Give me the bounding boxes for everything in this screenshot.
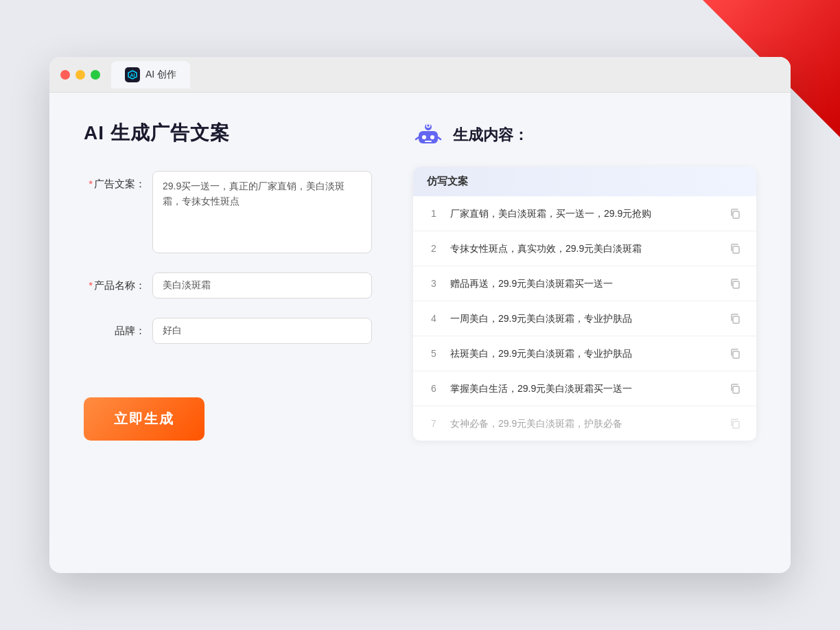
copy-icon[interactable]: [727, 206, 743, 221]
row-text: 专抹女性斑点，真实功效，29.9元美白淡斑霜: [450, 242, 718, 256]
svg-rect-16: [733, 386, 739, 393]
result-row: 1 厂家直销，美白淡斑霜，买一送一，29.9元抢购: [413, 196, 756, 231]
svg-line-10: [438, 137, 441, 139]
row-number: 6: [427, 383, 441, 394]
copy-icon[interactable]: [727, 276, 743, 291]
product-name-label: *产品名称：: [84, 272, 145, 292]
robot-icon: [413, 120, 443, 150]
svg-point-4: [422, 135, 426, 139]
svg-rect-17: [733, 421, 739, 428]
product-name-input[interactable]: 美白淡斑霜: [152, 272, 372, 299]
svg-rect-13: [733, 281, 739, 288]
result-header: 生成内容：: [413, 120, 756, 150]
result-row: 3 赠品再送，29.9元美白淡斑霜买一送一: [413, 266, 756, 301]
page-title: AI 生成广告文案: [84, 120, 372, 146]
row-text: 厂家直销，美白淡斑霜，买一送一，29.9元抢购: [450, 207, 718, 221]
brand-input[interactable]: 好白: [152, 318, 372, 344]
row-number: 4: [427, 313, 441, 324]
product-name-group: *产品名称： 美白淡斑霜: [84, 272, 372, 299]
generate-button[interactable]: 立即生成: [84, 397, 205, 441]
ad-copy-required: *: [89, 178, 93, 189]
result-rows-container: 1 厂家直销，美白淡斑霜，买一送一，29.9元抢购 2 专抹女性斑点，真实功效，…: [413, 196, 756, 441]
row-number: 1: [427, 208, 441, 219]
row-number: 3: [427, 278, 441, 289]
row-text: 女神必备，29.9元美白淡斑霜，护肤必备: [450, 417, 718, 431]
result-row: 4 一周美白，29.9元美白淡斑霜，专业护肤品: [413, 301, 756, 336]
svg-rect-6: [425, 141, 432, 142]
svg-rect-12: [733, 246, 739, 253]
maximize-button[interactable]: [91, 70, 100, 80]
ad-copy-textarea[interactable]: 29.9买一送一，真正的厂家直销，美白淡斑霜，专抹女性斑点: [152, 171, 372, 253]
svg-point-8: [427, 124, 430, 128]
svg-rect-15: [733, 351, 739, 358]
close-button[interactable]: [60, 70, 70, 80]
result-row: 2 专抹女性斑点，真实功效，29.9元美白淡斑霜: [413, 231, 756, 266]
browser-content: AI 生成广告文案 *广告文案： 29.9买一送一，真正的厂家直销，美白淡斑霜，…: [49, 93, 791, 573]
copy-icon[interactable]: [727, 416, 743, 431]
row-text: 掌握美白生活，29.9元美白淡斑霜买一送一: [450, 382, 718, 396]
traffic-lights: [60, 70, 100, 80]
result-row: 7 女神必备，29.9元美白淡斑霜，护肤必备: [413, 406, 756, 441]
row-number: 7: [427, 418, 441, 429]
ai-creation-tab[interactable]: AI AI 创作: [111, 61, 190, 89]
row-number: 5: [427, 348, 441, 359]
row-text: 赠品再送，29.9元美白淡斑霜买一送一: [450, 277, 718, 291]
row-number: 2: [427, 243, 441, 254]
ad-copy-label: *广告文案：: [84, 171, 145, 191]
svg-text:AI: AI: [130, 73, 135, 78]
copy-icon[interactable]: [727, 381, 743, 396]
minimize-button[interactable]: [75, 70, 85, 80]
svg-point-5: [430, 135, 434, 139]
copy-icon[interactable]: [727, 311, 743, 326]
svg-rect-14: [733, 316, 739, 323]
brand-label: 品牌：: [84, 318, 145, 338]
product-name-required: *: [89, 279, 93, 291]
ad-copy-group: *广告文案： 29.9买一送一，真正的厂家直销，美白淡斑霜，专抹女性斑点: [84, 171, 372, 253]
result-table-header: 仿写文案: [413, 167, 756, 196]
browser-titlebar: AI AI 创作: [49, 57, 791, 93]
left-panel: AI 生成广告文案 *广告文案： 29.9买一送一，真正的厂家直销，美白淡斑霜，…: [84, 120, 372, 539]
row-text: 祛斑美白，29.9元美白淡斑霜，专业护肤品: [450, 347, 718, 361]
right-panel: 生成内容： 仿写文案 1 厂家直销，美白淡斑霜，买一送一，29.9元抢购 2 专…: [413, 120, 756, 539]
result-title: 生成内容：: [453, 125, 528, 145]
copy-icon[interactable]: [727, 346, 743, 361]
ai-tab-icon: AI: [125, 67, 140, 82]
result-table: 仿写文案 1 厂家直销，美白淡斑霜，买一送一，29.9元抢购 2 专抹女性斑点，…: [413, 167, 756, 441]
tab-label: AI 创作: [145, 69, 176, 81]
brand-group: 品牌： 好白: [84, 318, 372, 344]
copy-icon[interactable]: [727, 241, 743, 256]
svg-rect-11: [733, 211, 739, 218]
svg-line-9: [416, 137, 419, 139]
browser-window: AI AI 创作 AI 生成广告文案 *广告文案： 29.9买一送一，真正的厂家…: [49, 57, 791, 573]
result-row: 6 掌握美白生活，29.9元美白淡斑霜买一送一: [413, 371, 756, 406]
row-text: 一周美白，29.9元美白淡斑霜，专业护肤品: [450, 312, 718, 326]
result-row: 5 祛斑美白，29.9元美白淡斑霜，专业护肤品: [413, 336, 756, 371]
